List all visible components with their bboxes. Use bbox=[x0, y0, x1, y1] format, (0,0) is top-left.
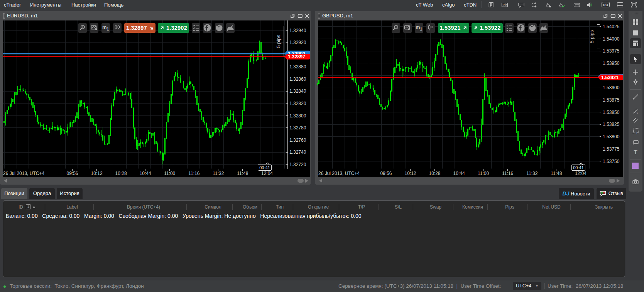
svg-text:1.32920: 1.32920 bbox=[289, 40, 306, 45]
svg-text:1.32860: 1.32860 bbox=[289, 76, 306, 82]
svg-text:26 Jul 2013, UTC+4: 26 Jul 2013, UTC+4 bbox=[3, 171, 44, 176]
svg-text:1.53775: 1.53775 bbox=[603, 146, 620, 152]
svg-text:11:32: 11:32 bbox=[526, 171, 538, 176]
svg-text:1.32840: 1.32840 bbox=[289, 88, 306, 94]
svg-text:5 pips: 5 pips bbox=[589, 30, 595, 43]
svg-text:1.53975: 1.53975 bbox=[603, 48, 620, 54]
svg-text:1.32720: 1.32720 bbox=[289, 162, 306, 167]
svg-text:26 Jul 2013, UTC+4: 26 Jul 2013, UTC+4 bbox=[318, 171, 360, 176]
svg-text:1.53950: 1.53950 bbox=[603, 61, 620, 66]
svg-text:09:56: 09:56 bbox=[66, 171, 78, 176]
svg-text:09:56: 09:56 bbox=[380, 171, 392, 176]
svg-text:11:00: 11:00 bbox=[164, 171, 175, 176]
svg-text:5 pips: 5 pips bbox=[276, 34, 281, 48]
svg-text:1.32820: 1.32820 bbox=[289, 101, 306, 106]
svg-text:11:00: 11:00 bbox=[478, 171, 489, 176]
svg-text:11:16: 11:16 bbox=[188, 171, 199, 176]
svg-text:1.32780: 1.32780 bbox=[289, 125, 306, 131]
svg-text:F: F bbox=[637, 132, 638, 134]
svg-text:?: ? bbox=[503, 3, 505, 7]
svg-text:10:12: 10:12 bbox=[91, 171, 103, 176]
svg-text:1.53850: 1.53850 bbox=[603, 110, 620, 115]
svg-text:1.53750: 1.53750 bbox=[603, 159, 620, 164]
svg-text:00:41: 00:41 bbox=[573, 165, 584, 170]
svg-text:10:28: 10:28 bbox=[429, 171, 440, 176]
svg-text:10:12: 10:12 bbox=[404, 171, 416, 176]
svg-text:1.53900: 1.53900 bbox=[603, 85, 620, 90]
svg-text:11:32: 11:32 bbox=[213, 171, 224, 176]
svg-text:11:48: 11:48 bbox=[551, 171, 562, 176]
svg-text:1.53800: 1.53800 bbox=[603, 134, 620, 139]
svg-text:10:44: 10:44 bbox=[453, 171, 465, 176]
svg-text:1.32740: 1.32740 bbox=[289, 149, 306, 155]
svg-text:1.53825: 1.53825 bbox=[603, 122, 620, 127]
svg-text:1.54025: 1.54025 bbox=[603, 24, 620, 29]
svg-text:1.53875: 1.53875 bbox=[603, 97, 620, 103]
svg-text:1.53921: 1.53921 bbox=[601, 75, 619, 80]
svg-text:00:41: 00:41 bbox=[259, 165, 270, 170]
svg-text:1.54000: 1.54000 bbox=[603, 36, 620, 42]
svg-text:1.32880: 1.32880 bbox=[289, 64, 306, 70]
svg-text:1.32940: 1.32940 bbox=[289, 28, 306, 33]
svg-text:E: E bbox=[637, 112, 638, 114]
svg-text:11:48: 11:48 bbox=[237, 171, 248, 176]
svg-text:1.32897: 1.32897 bbox=[288, 54, 305, 59]
svg-text:11:16: 11:16 bbox=[502, 171, 513, 176]
svg-text:10:28: 10:28 bbox=[115, 171, 127, 176]
svg-text:1.32760: 1.32760 bbox=[289, 138, 306, 143]
svg-text:12:04: 12:04 bbox=[261, 171, 273, 176]
svg-text:12:04: 12:04 bbox=[575, 171, 587, 176]
svg-text:10:44: 10:44 bbox=[140, 171, 151, 176]
svg-text:1.32800: 1.32800 bbox=[289, 113, 306, 119]
